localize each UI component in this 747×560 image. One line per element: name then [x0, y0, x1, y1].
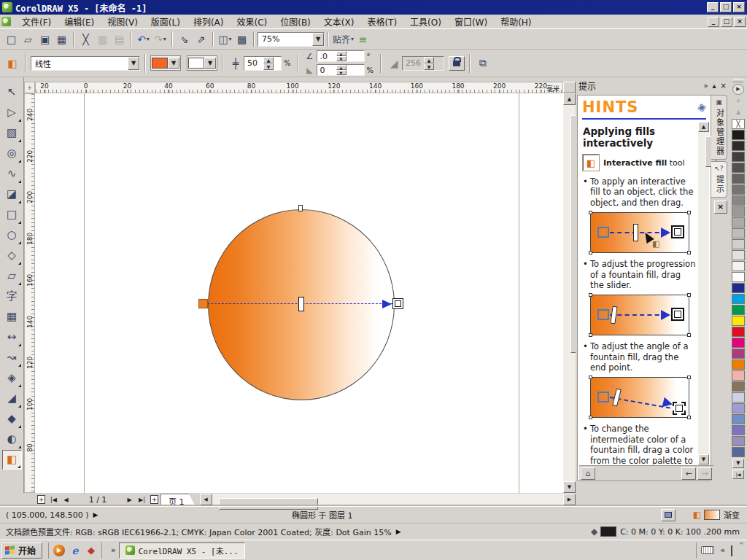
drawing-canvas[interactable] — [35, 93, 563, 493]
color-swatch[interactable] — [732, 316, 745, 326]
angle-up-arrow[interactable]: ▲ — [336, 51, 347, 56]
color-swatch[interactable] — [732, 228, 745, 238]
color-swatch[interactable] — [732, 305, 745, 315]
connector-tool[interactable]: ↝ — [2, 348, 22, 368]
midpoint-down-arrow[interactable]: ▼ — [263, 63, 274, 70]
hints-back-button[interactable]: ← — [681, 467, 696, 480]
blend-tool[interactable]: ◈ — [2, 368, 22, 388]
fill-midpoint-slider[interactable] — [298, 297, 304, 311]
fill-start-color-picker[interactable]: ▼ — [150, 55, 181, 71]
cut-button[interactable]: ╳ — [77, 31, 94, 47]
color-swatch[interactable] — [732, 327, 745, 337]
next-page-button[interactable]: ▶ — [123, 494, 136, 505]
fill-status-swatch[interactable] — [704, 510, 720, 520]
open-button[interactable]: ▱ — [20, 31, 36, 47]
scroll-corner-button[interactable] — [563, 82, 576, 93]
color-eyedropper-tool[interactable]: ◢ — [2, 389, 22, 408]
fill-start-handle[interactable] — [198, 299, 208, 308]
ellipse-node-handle[interactable] — [298, 205, 303, 211]
scroll-right-button[interactable]: ▶ — [563, 494, 576, 505]
hints-scroll-down-button[interactable]: ▼ — [698, 454, 709, 464]
fill-end-dropdown-arrow[interactable]: ▼ — [204, 58, 216, 69]
color-proof-button[interactable] — [661, 509, 676, 521]
color-swatch[interactable] — [732, 239, 745, 249]
color-swatch[interactable] — [732, 338, 745, 348]
menu-item-2[interactable]: 视图(V) — [101, 14, 144, 29]
color-swatch[interactable] — [732, 359, 745, 370]
no-color-swatch[interactable]: ╳ — [732, 119, 745, 129]
angle-down-arrow[interactable]: ▼ — [336, 56, 347, 61]
menu-item-7[interactable]: 文本(X) — [317, 14, 361, 29]
zoom-tool[interactable]: ◎ — [2, 144, 22, 163]
application-launcher-button[interactable]: ◫▾ — [217, 31, 233, 47]
palette-expand-button[interactable]: |◀ — [732, 470, 744, 479]
color-swatch[interactable] — [732, 272, 745, 282]
menu-item-1[interactable]: 编辑(E) — [58, 14, 101, 29]
coreldraw-app-icon[interactable] — [2, 2, 12, 12]
table-tool[interactable]: ▦ — [2, 307, 22, 327]
palette-flyout-button[interactable]: ▶ — [732, 84, 744, 95]
color-swatch[interactable] — [732, 403, 745, 413]
docker-strip-close-button[interactable]: × — [714, 201, 727, 214]
new-button[interactable]: □ — [3, 31, 20, 47]
docker-rollup-button[interactable]: ▴ — [713, 82, 716, 90]
restore-button[interactable]: □ — [720, 2, 732, 12]
color-swatch[interactable] — [732, 130, 745, 140]
previous-page-button[interactable]: ◀ — [60, 494, 72, 505]
rectangle-tool[interactable]: □ — [2, 205, 22, 225]
docker-tab-hints[interactable]: ↖?提示 — [711, 161, 727, 198]
color-swatch[interactable] — [732, 436, 745, 446]
smart-fill-tool[interactable]: ◪ — [2, 184, 22, 204]
minimize-button[interactable]: _ — [707, 2, 719, 12]
pick-tool[interactable]: ↖ — [2, 82, 22, 102]
import-button[interactable]: ⇘ — [176, 31, 193, 47]
internet-explorer-icon[interactable]: e — [69, 545, 81, 556]
outline-pen-tool[interactable]: ◆ — [2, 409, 22, 429]
menu-item-10[interactable]: 窗口(W) — [448, 14, 494, 29]
fill-end-handle[interactable] — [392, 298, 403, 309]
shape-tool[interactable]: ▷ — [2, 103, 22, 122]
add-page-button-left[interactable]: + — [35, 494, 47, 505]
close-button[interactable]: × — [733, 2, 745, 12]
color-swatch[interactable] — [732, 349, 745, 359]
color-swatch[interactable] — [732, 381, 745, 392]
color-swatch[interactable] — [732, 163, 745, 173]
fill-start-dropdown-arrow[interactable]: ▼ — [168, 58, 179, 69]
edge-pad-field[interactable]: 0 ▲▼ — [317, 64, 365, 76]
color-swatch[interactable] — [732, 447, 745, 457]
crop-tool[interactable]: ▧ — [2, 123, 22, 143]
basic-shapes-tool[interactable]: ▱ — [2, 266, 22, 286]
docker-close-button[interactable]: × — [721, 82, 727, 90]
color-swatch[interactable] — [732, 195, 745, 206]
keyboard-layout-icon[interactable] — [701, 546, 714, 554]
hints-scroll-up-button[interactable]: ▲ — [698, 122, 709, 132]
quick-launch-app-icon[interactable]: ◆ — [85, 545, 97, 556]
media-player-icon[interactable]: ▶ — [53, 545, 65, 556]
document-icon[interactable] — [1, 17, 11, 26]
menu-item-0[interactable]: 文件(F) — [15, 14, 58, 29]
color-swatch[interactable] — [732, 152, 745, 162]
options-button[interactable]: ≡ — [355, 31, 371, 47]
color-swatch[interactable] — [732, 414, 745, 424]
menu-item-5[interactable]: 效果(C) — [230, 14, 274, 29]
undo-button[interactable]: ↶▾ — [135, 31, 152, 47]
menu-item-4[interactable]: 排列(A) — [187, 14, 231, 29]
fill-type-dropdown-arrow[interactable]: ▼ — [128, 57, 139, 70]
edit-fill-icon[interactable]: ◧ — [4, 58, 20, 69]
hints-scrollbar[interactable]: ▲ ▼ — [698, 122, 709, 464]
menu-item-3[interactable]: 版面(L) — [144, 14, 187, 29]
color-swatch[interactable] — [732, 206, 745, 217]
palette-scroll-down-button[interactable]: ▼ — [732, 459, 744, 468]
midpoint-up-arrow[interactable]: ▲ — [263, 57, 274, 63]
network-status-icon[interactable] — [731, 546, 741, 555]
zoom-level-combo[interactable]: 75% ▼ — [258, 32, 325, 47]
outline-status-swatch[interactable] — [600, 526, 616, 537]
welcome-screen-button[interactable]: ▩ — [233, 31, 250, 47]
quick-launch-overflow-chevron[interactable]: » — [111, 545, 116, 555]
polygon-tool[interactable]: ◇ — [2, 246, 22, 265]
profile-flyout-arrow[interactable]: ▶ — [396, 528, 401, 535]
coreldraw-task-button[interactable]: CorelDRAW X5 - [未... — [119, 542, 245, 559]
tray-collapse-chevron[interactable]: « — [720, 545, 725, 555]
text-tool[interactable]: 字 — [2, 287, 22, 306]
help-book-icon[interactable]: ◈ — [697, 100, 708, 114]
